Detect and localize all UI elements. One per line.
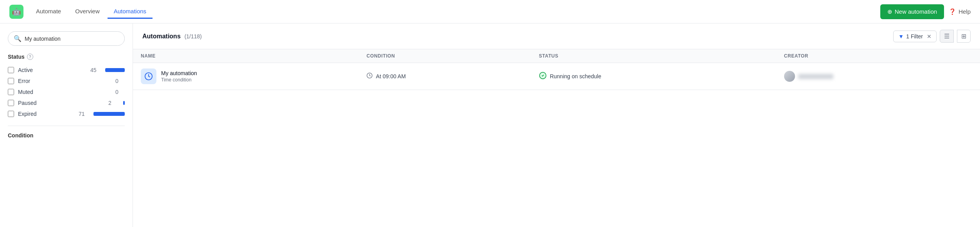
filter-error[interactable]: Error 0 — [8, 76, 125, 86]
status-check-icon — [539, 72, 547, 81]
list-view-icon: ☰ — [944, 33, 949, 40]
search-icon: 🔍 — [14, 35, 22, 42]
sidebar: 🔍 Status ? Active 45 Error 0 Muted 0 — [0, 23, 133, 227]
condition-text: At 09:00 AM — [376, 73, 406, 79]
automation-sub: Time condition — [161, 77, 197, 83]
filter-active-label: Active — [18, 67, 86, 73]
clear-filter-icon[interactable]: ✕ — [927, 33, 932, 40]
search-box[interactable]: 🔍 — [8, 31, 125, 46]
main-layout: 🔍 Status ? Active 45 Error 0 Muted 0 — [0, 23, 980, 227]
filter-paused-checkbox[interactable] — [8, 100, 14, 106]
filter-active-bar — [105, 68, 125, 72]
filter-active-count: 45 — [90, 67, 100, 73]
automation-name-cell: My automation Time condition — [133, 63, 359, 90]
filter-paused[interactable]: Paused 2 — [8, 97, 125, 108]
new-automation-button[interactable]: ⊕ New automation — [880, 4, 944, 19]
filter-error-checkbox[interactable] — [8, 78, 14, 84]
filter-muted-checkbox[interactable] — [8, 89, 14, 95]
new-automation-label: New automation — [895, 8, 937, 15]
filter-expired[interactable]: Expired 71 — [8, 108, 125, 119]
filter-active[interactable]: Active 45 — [8, 65, 125, 76]
filter-muted[interactable]: Muted 0 — [8, 86, 125, 97]
content-title: Automations (1/118) — [142, 33, 202, 40]
topnav-right: ⊕ New automation ❓ Help — [880, 4, 971, 19]
toolbar-right: ▼ 1 Filter ✕ ☰ ⊞ — [893, 30, 971, 43]
col-name: NAME — [133, 49, 359, 63]
filter-expired-bar — [93, 112, 125, 116]
plus-circle-icon: ⊕ — [887, 8, 892, 15]
condition-clock-icon — [366, 72, 373, 80]
creator-cell — [776, 63, 980, 90]
grid-view-icon: ⊞ — [961, 33, 966, 40]
automation-name: My automation — [161, 70, 197, 76]
help-circle-icon: ❓ — [949, 8, 956, 15]
help-label: Help — [958, 8, 971, 15]
filter-expired-label: Expired — [18, 111, 75, 117]
status-text: Running on schedule — [550, 73, 601, 79]
status-section-title: Status ? — [8, 54, 125, 60]
content-area: Automations (1/118) ▼ 1 Filter ✕ ☰ ⊞ — [133, 23, 980, 227]
nav-overview[interactable]: Overview — [69, 5, 106, 19]
search-input[interactable] — [25, 36, 119, 42]
filter-paused-label: Paused — [18, 100, 104, 106]
table-row[interactable]: My automation Time condition — [133, 63, 980, 90]
logo-icon: 🤖 — [9, 5, 23, 19]
filter-active-checkbox[interactable] — [8, 67, 14, 73]
col-creator: CREATOR — [776, 49, 980, 63]
topnav-left: 🤖 Automate Overview Automations — [9, 5, 153, 19]
nav-automations[interactable]: Automations — [108, 5, 153, 19]
status-help-icon[interactable]: ? — [27, 54, 33, 60]
automations-table: NAME CONDITION STATUS CREATOR — [133, 49, 980, 90]
status-cell: Running on schedule — [531, 63, 776, 90]
automation-icon — [141, 68, 156, 84]
filter-icon: ▼ — [898, 33, 904, 40]
filter-error-count: 0 — [115, 78, 125, 84]
condition-section-title: Condition — [8, 132, 125, 139]
filter-paused-count: 2 — [108, 100, 118, 106]
col-status: STATUS — [531, 49, 776, 63]
list-view-button[interactable]: ☰ — [940, 30, 954, 43]
creator-avatar — [784, 71, 795, 82]
filter-expired-checkbox[interactable] — [8, 111, 14, 117]
filter-muted-count: 0 — [115, 89, 125, 95]
content-header: Automations (1/118) ▼ 1 Filter ✕ ☰ ⊞ — [133, 23, 980, 49]
filter-muted-label: Muted — [18, 89, 111, 95]
filter-badge-label: 1 Filter — [906, 33, 923, 40]
topnav: 🤖 Automate Overview Automations ⊕ New au… — [0, 0, 980, 23]
table-header-row: NAME CONDITION STATUS CREATOR — [133, 49, 980, 63]
nav-automate[interactable]: Automate — [30, 5, 67, 19]
grid-view-button[interactable]: ⊞ — [957, 30, 971, 43]
automations-table-container: NAME CONDITION STATUS CREATOR — [133, 49, 980, 227]
filter-badge[interactable]: ▼ 1 Filter ✕ — [893, 31, 937, 42]
creator-name-blurred — [798, 74, 833, 79]
sidebar-divider — [8, 126, 125, 126]
filter-expired-count: 71 — [79, 111, 88, 117]
help-button[interactable]: ❓ Help — [949, 8, 971, 15]
condition-cell: At 09:00 AM — [359, 63, 531, 90]
col-condition: CONDITION — [359, 49, 531, 63]
filter-paused-bar — [123, 101, 125, 105]
filter-error-label: Error — [18, 78, 111, 84]
